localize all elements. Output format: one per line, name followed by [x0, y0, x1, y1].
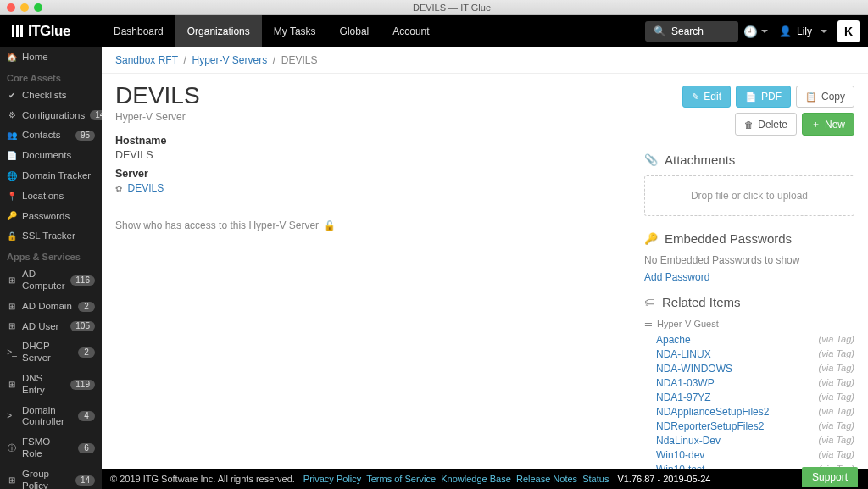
pencil-icon: ✎ [692, 92, 699, 103]
sidebar-item-dns-entry[interactable]: ⊞DNS Entry119 [0, 369, 102, 401]
nav-tab-organizations[interactable]: Organizations [175, 15, 262, 47]
maximize-icon[interactable] [34, 3, 42, 12]
mac-titlebar: DEVILS — IT Glue [0, 0, 868, 15]
sidebar-icon: 🔒 [7, 231, 17, 242]
copy-icon: 📋 [805, 92, 817, 103]
new-button[interactable]: ＋New [802, 113, 854, 136]
minimize-icon[interactable] [20, 3, 29, 12]
sidebar-icon: ⚙ [7, 110, 17, 120]
sidebar-icon: ⊞ [7, 321, 17, 331]
sidebar-badge: 6 [78, 443, 95, 453]
sidebar-item-home[interactable]: 🏠 Home [0, 47, 102, 68]
related-item-link[interactable]: Apache [656, 334, 691, 346]
related-item-link[interactable]: NDApplianceSetupFiles2 [656, 406, 769, 418]
related-items-title: 🏷Related Items [644, 295, 854, 309]
related-item: Apache(via Tag) [644, 332, 854, 347]
breadcrumb-link[interactable]: Sandbox RFT [115, 54, 178, 66]
sidebar-badge: 4 [78, 411, 95, 421]
attachments-dropzone[interactable]: Drop file or click to upload [644, 175, 854, 216]
sidebar-badge: 116 [70, 275, 95, 286]
sidebar-item-label: AD User [22, 321, 65, 333]
sidebar-item-ad-domain[interactable]: ⊞AD Domain2 [0, 297, 102, 317]
copy-button[interactable]: 📋Copy [796, 86, 854, 108]
clock-icon[interactable]: 🕘 [743, 19, 769, 44]
page-title: DEVILS [115, 82, 617, 109]
sidebar-item-label: AD Computer [22, 269, 65, 292]
related-via: (via Tag) [819, 377, 854, 389]
breadcrumb-link[interactable]: Hyper-V Servers [192, 54, 268, 66]
show-access-link[interactable]: Show who has access to this Hyper-V Serv… [115, 219, 617, 231]
k-badge-icon[interactable]: K [837, 20, 860, 42]
user-icon: 👤 [779, 25, 792, 37]
sidebar-item-label: Domain Controller [22, 405, 73, 429]
related-via: (via Tag) [819, 435, 854, 447]
sidebar-item-configurations[interactable]: ⚙Configurations141 [0, 106, 102, 126]
related-item: NDReporterSetupFiles2(via Tag) [644, 419, 854, 433]
footer-link[interactable]: Terms of Service [366, 474, 436, 484]
related-item-link[interactable]: NdaLinux-Dev [656, 435, 721, 447]
sidebar-item-ad-user[interactable]: ⊞AD User105 [0, 317, 102, 337]
close-icon[interactable] [7, 3, 15, 12]
user-menu[interactable]: 👤 Lily [774, 25, 832, 37]
paperclip-icon: 📎 [644, 153, 658, 166]
related-item-link[interactable]: NDA1-03WP [656, 377, 715, 389]
related-item-link[interactable]: NDReporterSetupFiles2 [656, 420, 764, 432]
footer-link[interactable]: Knowledge Base [441, 474, 511, 484]
nav-tab-global[interactable]: Global [328, 15, 381, 47]
add-password-link[interactable]: Add Password [644, 271, 854, 283]
pdf-button[interactable]: 📄PDF [736, 86, 791, 108]
nav-tab-my-tasks[interactable]: My Tasks [262, 15, 328, 47]
sidebar-item-label: Documents [22, 150, 95, 162]
sidebar-item-ad-computer[interactable]: ⊞AD Computer116 [0, 264, 102, 297]
sidebar-item-documents[interactable]: 📄Documents [0, 146, 102, 166]
lock-icon: 🔓 [324, 220, 336, 231]
sidebar-icon: ⊞ [7, 380, 17, 390]
sidebar-item-checklists[interactable]: ✔Checklists [0, 86, 102, 106]
sidebar-section-apps: Apps & Services [0, 247, 102, 264]
sidebar-item-label: Group Policy [22, 469, 70, 489]
copyright: © 2019 ITG Software Inc. All rights rese… [110, 474, 295, 484]
plus-icon: ＋ [811, 118, 821, 131]
related-item-link[interactable]: Win10-dev [656, 449, 704, 461]
embedded-passwords-title: 🔑Embedded Passwords [644, 231, 854, 246]
support-button[interactable]: Support [802, 467, 858, 487]
sidebar-icon: 📍 [7, 192, 17, 202]
sidebar-item-locations[interactable]: 📍Locations [0, 186, 102, 207]
search-button[interactable]: 🔍 Search [645, 21, 738, 42]
sidebar-item-label: DNS Entry [22, 373, 65, 397]
home-icon: 🏠 [7, 53, 17, 63]
related-item: Win10-dev(via Tag) [644, 447, 854, 462]
chevron-down-icon [821, 30, 827, 33]
delete-button[interactable]: 🗑Delete [735, 113, 797, 136]
sidebar-item-label: Domain Tracker [22, 170, 95, 182]
sidebar-item-label: FSMO Role [22, 436, 73, 460]
related-item-link[interactable]: NDA-LINUX [656, 348, 711, 360]
related-item-link[interactable]: NDA1-97YZ [656, 392, 711, 403]
footer-link[interactable]: Release Notes [516, 474, 577, 484]
related-item: NDA1-97YZ(via Tag) [644, 390, 854, 404]
hostname-label: Hostname [115, 135, 617, 147]
sidebar-item-fsmo-role[interactable]: ⓘFSMO Role6 [0, 432, 102, 464]
sidebar-item-domain-controller[interactable]: >_Domain Controller4 [0, 401, 102, 433]
nav-tab-account[interactable]: Account [381, 15, 441, 47]
sidebar-item-dhcp-server[interactable]: >_DHCP Server2 [0, 336, 102, 369]
related-item: NDApplianceSetupFiles2(via Tag) [644, 404, 854, 419]
sidebar-icon: 👥 [7, 131, 17, 141]
sidebar-item-group-policy[interactable]: ⊞Group Policy14 [0, 464, 102, 489]
logo[interactable]: ITGlue [0, 23, 102, 40]
sidebar-item-ssl-tracker[interactable]: 🔒SSL Tracker [0, 226, 102, 247]
sidebar-item-label: SSL Tracker [22, 231, 95, 242]
gear-icon: ✿ [115, 184, 122, 193]
related-item-link[interactable]: NDA-WINDOWS [656, 363, 732, 375]
related-via: (via Tag) [819, 392, 854, 403]
server-link[interactable]: DEVILS [127, 182, 164, 194]
sidebar-item-passwords[interactable]: 🔑Passwords [0, 207, 102, 227]
edit-button[interactable]: ✎Edit [682, 86, 731, 108]
footer-link[interactable]: Privacy Policy [303, 474, 361, 484]
footer-link[interactable]: Status [582, 474, 609, 484]
sidebar-item-domain-tracker[interactable]: 🌐Domain Tracker [0, 166, 102, 186]
sidebar-badge: 95 [75, 131, 95, 141]
sidebar-icon: ⊞ [7, 275, 17, 286]
sidebar-item-contacts[interactable]: 👥Contacts95 [0, 125, 102, 146]
nav-tab-dashboard[interactable]: Dashboard [102, 15, 175, 47]
